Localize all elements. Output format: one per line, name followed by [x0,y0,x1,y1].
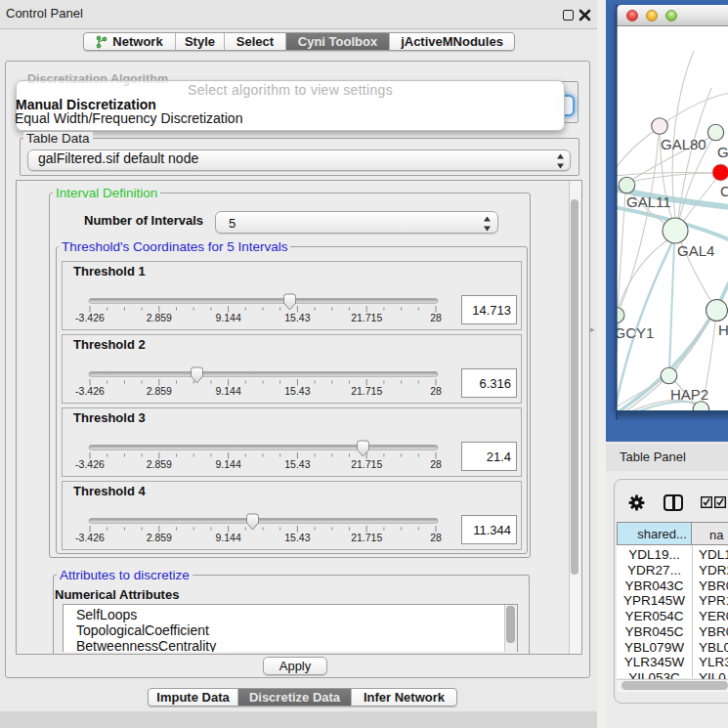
svg-text:21.715: 21.715 [351,532,382,543]
svg-text:28: 28 [430,532,442,543]
svg-text:15.43: 15.43 [284,458,310,470]
svg-text:21.715: 21.715 [351,458,382,470]
svg-text:G: G [717,144,728,160]
svg-text:28: 28 [430,458,442,470]
svg-text:9.144: 9.144 [215,312,240,323]
svg-text:GCY1: GCY1 [617,324,654,341]
svg-text:2.859: 2.859 [147,385,172,397]
svg-text:H: H [718,321,728,338]
svg-text:9.144: 9.144 [215,458,240,470]
svg-text:GAL80: GAL80 [661,136,707,152]
svg-text:15.43: 15.43 [284,385,310,397]
svg-text:-3.426: -3.426 [75,385,105,397]
svg-text:-3.426: -3.426 [75,458,105,470]
svg-text:GAL4: GAL4 [677,242,714,259]
svg-text:28: 28 [430,385,442,397]
svg-text:2.859: 2.859 [147,458,172,470]
svg-text:-3.426: -3.426 [75,312,105,323]
svg-text:9.144: 9.144 [215,532,240,543]
svg-text:21.715: 21.715 [351,385,382,397]
svg-text:GAL11: GAL11 [626,193,671,210]
svg-text:21.715: 21.715 [351,312,382,323]
svg-text:HAP2: HAP2 [670,386,708,403]
svg-text:15.43: 15.43 [284,532,310,543]
svg-text:15.43: 15.43 [284,312,310,323]
svg-text:-3.426: -3.426 [75,532,105,543]
svg-text:9.144: 9.144 [215,385,240,397]
svg-text:2.859: 2.859 [147,532,172,543]
svg-text:C: C [720,183,728,199]
svg-text:2.859: 2.859 [147,312,172,323]
svg-text:28: 28 [430,312,442,323]
